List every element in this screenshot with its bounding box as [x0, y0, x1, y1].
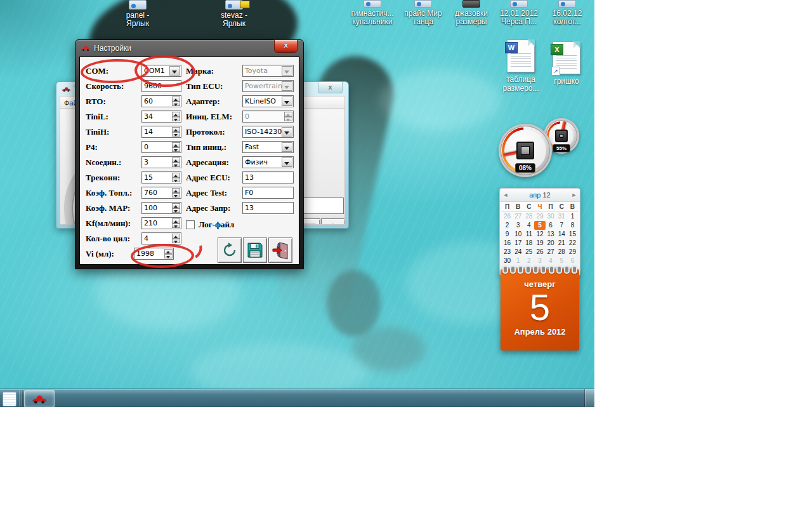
day-calendar-gadget[interactable]: четверг 5 Апрель 2012 — [501, 269, 579, 351]
trekonn-stepper[interactable]: 15 — [141, 171, 181, 184]
settings-dialog[interactable]: Настройки x COM: COM1 Скорость: 9600 RTO… — [75, 39, 304, 269]
calendar-day[interactable]: 10 — [513, 230, 523, 239]
spinner-arrows[interactable] — [172, 173, 180, 182]
baud-rate-field[interactable]: 9600 — [141, 80, 181, 92]
calendar-day[interactable]: 11 — [523, 230, 534, 239]
chevron-down-icon[interactable] — [282, 127, 292, 137]
desktop-doc-grishko[interactable]: X ↗ гришко — [544, 41, 589, 86]
chevron-down-icon[interactable] — [282, 157, 292, 167]
calendar-day[interactable]: 28 — [523, 212, 534, 221]
calendar-day[interactable]: 28 — [556, 248, 567, 257]
calendar-day[interactable]: 4 — [546, 257, 556, 265]
close-button[interactable]: x — [274, 39, 298, 53]
show-desktop-button[interactable] — [584, 389, 594, 407]
calendar-day[interactable]: 26 — [502, 212, 513, 221]
notepad-taskbar-icon[interactable] — [3, 392, 16, 406]
p4-stepper[interactable]: 0 — [141, 141, 181, 153]
calendar-day[interactable]: 20 — [546, 239, 556, 248]
spinner-arrows[interactable] — [172, 142, 180, 152]
tinih-stepper[interactable]: 14 — [141, 126, 181, 138]
refresh-button[interactable] — [218, 237, 242, 263]
vi-stepper[interactable]: 1998 — [134, 248, 174, 260]
calendar-day[interactable]: 24 — [513, 248, 523, 257]
desktop-folder-jazovki[interactable]: джазовки размеры — [445, 0, 498, 26]
dialog-titlebar[interactable]: Настройки — [75, 40, 303, 57]
spinner-arrows[interactable] — [172, 97, 180, 106]
fuel-coef-stepper[interactable]: 760 — [141, 187, 181, 199]
zapr-address-field[interactable]: 13 — [242, 202, 294, 214]
desktop-folder-gimnastich[interactable]: гимнастич... купальники — [346, 0, 399, 26]
calendar-day[interactable]: 3 — [534, 257, 545, 265]
init-type-select[interactable]: Fast — [242, 141, 294, 153]
calendar-day[interactable]: 4 — [523, 221, 534, 230]
desktop-shortcut-panel[interactable]: panel - Ярлык — [111, 0, 164, 28]
close-button[interactable]: x — [318, 82, 343, 93]
calendar-day[interactable]: 1 — [513, 257, 523, 265]
checkbox-box[interactable] — [186, 220, 195, 229]
chevron-down-icon[interactable] — [169, 66, 180, 76]
spinner-arrows[interactable] — [172, 203, 180, 213]
ecu-address-field[interactable]: 13 — [242, 171, 294, 184]
map-coef-stepper[interactable]: 100 — [141, 202, 181, 214]
diagnostics-app-taskbar-button[interactable] — [24, 390, 55, 407]
spinner-arrows[interactable] — [164, 249, 173, 258]
calendar-day[interactable]: 6 — [546, 221, 556, 230]
chevron-down-icon[interactable] — [282, 142, 292, 152]
test-address-field[interactable]: F0 — [242, 187, 294, 199]
calendar-day[interactable]: 18 — [523, 239, 534, 248]
cylinders-stepper[interactable]: 4 — [141, 232, 181, 244]
calendar-day[interactable]: 6 — [567, 257, 578, 265]
save-button[interactable] — [243, 237, 267, 263]
desktop-file-12012012[interactable]: 12,01,2012 Черса П... — [492, 0, 546, 26]
calendar-day-selected[interactable]: 5 — [534, 221, 545, 230]
exit-button[interactable] — [321, 218, 345, 225]
calendar-day[interactable]: 30 — [502, 257, 513, 265]
cpu-gauge[interactable]: 08% — [499, 124, 552, 177]
calendar-day[interactable]: 22 — [567, 239, 578, 248]
calendar-day[interactable]: 9 — [502, 230, 513, 239]
calendar-day[interactable]: 30 — [546, 212, 556, 221]
calendar-day[interactable]: 25 — [523, 248, 534, 257]
calendar-day[interactable]: 23 — [502, 248, 513, 257]
protocol-select[interactable]: ISO-14230 — [242, 126, 294, 138]
calendar-day[interactable]: 15 — [567, 230, 578, 239]
tinil-stepper[interactable]: 34 — [141, 110, 181, 123]
calendar-day[interactable]: 8 — [567, 221, 578, 230]
chevron-down-icon[interactable] — [282, 97, 292, 106]
spinner-arrows[interactable] — [172, 188, 180, 197]
nsoedin-stepper[interactable]: 3 — [141, 156, 181, 168]
spinner-arrows[interactable] — [172, 157, 180, 167]
desktop-shortcut-stevaz[interactable]: stevaz - Ярлык — [207, 0, 261, 28]
spinner-arrows[interactable] — [172, 234, 180, 243]
calendar-day[interactable]: 5 — [556, 257, 567, 265]
kf-stepper[interactable]: 210 — [141, 217, 181, 229]
calendar-day[interactable]: 27 — [546, 248, 556, 257]
desktop-folder-price[interactable]: прайс Мир танца — [396, 0, 450, 26]
calendar-gadget[interactable]: ◄ апр 12 ► П В С Ч П С В 26 27 28 29 30 … — [499, 188, 580, 276]
calendar-day[interactable]: 19 — [534, 239, 545, 248]
spinner-arrows[interactable] — [172, 112, 180, 121]
spinner-arrows[interactable] — [172, 127, 180, 137]
calendar-day[interactable]: 29 — [567, 248, 578, 257]
calendar-day[interactable]: 1 — [567, 212, 578, 221]
calendar-day[interactable]: 2 — [502, 221, 513, 230]
calendar-day[interactable]: 29 — [534, 212, 545, 221]
desktop-doc-tablica[interactable]: W таблица размеро... — [499, 39, 543, 93]
desktop-file-160212[interactable]: 16.02.12 колгот... — [540, 0, 594, 26]
calendar-day[interactable]: 14 — [556, 230, 567, 239]
spinner-arrows[interactable] — [172, 218, 180, 228]
calendar-day[interactable]: 2 — [523, 257, 534, 265]
taskbar[interactable]: RU 12:30 — [0, 389, 594, 407]
exit-button[interactable] — [268, 237, 292, 263]
calendar-day[interactable]: 21 — [556, 239, 567, 248]
calendar-day[interactable]: 26 — [534, 248, 545, 257]
next-month-arrow[interactable]: ► — [568, 192, 580, 198]
calendar-day[interactable]: 7 — [556, 221, 567, 230]
addressing-select[interactable]: Физич — [242, 156, 294, 168]
prev-month-arrow[interactable]: ◄ — [500, 192, 511, 198]
log-file-checkbox[interactable]: Лог-файл — [186, 220, 234, 230]
calendar-day[interactable]: 17 — [513, 239, 523, 248]
calendar-day[interactable]: 27 — [513, 212, 523, 221]
calendar-day[interactable]: 16 — [502, 239, 513, 248]
adapter-select[interactable]: KLineISO — [242, 95, 294, 107]
